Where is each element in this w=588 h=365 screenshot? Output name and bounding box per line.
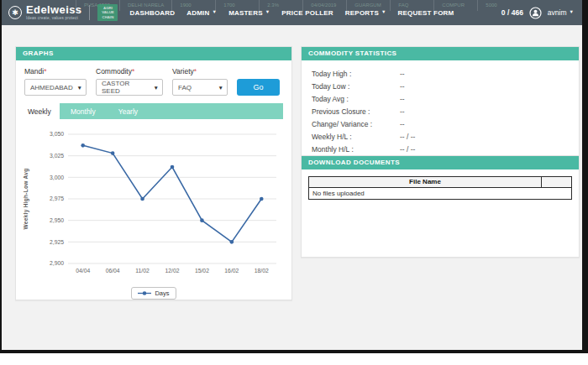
graphs-panel-title: GRAPHS bbox=[16, 47, 291, 60]
edelweiss-flower-icon: ✱ bbox=[8, 6, 22, 19]
brand[interactable]: ✱ Edelweiss Ideas create, values protect… bbox=[8, 4, 118, 20]
download-documents-panel: DOWNLOAD DOCUMENTS File Name No files up… bbox=[301, 155, 580, 258]
stats-row: Today High :-- bbox=[312, 67, 569, 80]
agri-value-chain-badge: AGRI VALUE CHAIN bbox=[97, 4, 118, 20]
variety-select[interactable]: FAQ ▼ bbox=[172, 79, 228, 96]
top-nav: PUSA 1509 DELHI NARELA 1900 1700 2.3% 04… bbox=[2, 0, 582, 25]
tab-yearly[interactable]: Yearly bbox=[118, 107, 138, 116]
svg-text:11/02: 11/02 bbox=[135, 268, 150, 274]
svg-text:04/04: 04/04 bbox=[76, 268, 90, 274]
required-asterisk: * bbox=[132, 67, 134, 76]
nav-menu: DASHBOARD ADMIN▼ MASTERS▼ PRICE POLLER R… bbox=[129, 9, 454, 17]
nav-item-admin[interactable]: ADMIN▼ bbox=[186, 9, 217, 17]
brand-tagline: Ideas create, values protect bbox=[26, 16, 81, 20]
mandi-label: Mandi bbox=[24, 67, 44, 76]
svg-text:16/02: 16/02 bbox=[224, 268, 239, 274]
tab-weekly[interactable]: Weekly bbox=[24, 103, 60, 119]
svg-text:15/02: 15/02 bbox=[195, 268, 209, 274]
chart-legend[interactable]: Days bbox=[131, 287, 176, 300]
svg-text:12/02: 12/02 bbox=[165, 268, 179, 274]
select-caret-icon: ▼ bbox=[218, 85, 223, 91]
tab-monthly[interactable]: Monthly bbox=[71, 107, 96, 116]
nav-item-masters[interactable]: MASTERS▼ bbox=[228, 9, 270, 17]
go-button[interactable]: Go bbox=[237, 79, 280, 96]
required-asterisk: * bbox=[44, 67, 46, 76]
app-window: PUSA 1509 DELHI NARELA 1900 1700 2.3% 04… bbox=[2, 0, 582, 350]
variety-field: Variety* FAQ ▼ bbox=[172, 67, 228, 96]
caret-down-icon: ▼ bbox=[381, 10, 386, 15]
svg-text:18/02: 18/02 bbox=[255, 268, 269, 274]
period-tabs: Weekly Monthly Yearly bbox=[24, 103, 283, 119]
poll-counter: 0 / 466 bbox=[501, 8, 523, 17]
nav-right: 0 / 466 avnim▼ bbox=[501, 7, 574, 19]
screenshot-frame-right bbox=[582, 0, 588, 353]
svg-text:2,950: 2,950 bbox=[50, 217, 64, 223]
user-menu[interactable]: avnim▼ bbox=[548, 8, 574, 17]
stats-row: Previous Closure :-- bbox=[312, 105, 569, 117]
nav-item-reports[interactable]: REPORTS▼ bbox=[345, 9, 386, 17]
nav-item-request-form[interactable]: REQUEST FORM bbox=[398, 9, 454, 17]
screenshot-frame-bottom bbox=[0, 350, 588, 353]
svg-text:2,925: 2,925 bbox=[50, 239, 64, 245]
svg-text:Weekly High-Low Avg: Weekly High-Low Avg bbox=[23, 169, 29, 230]
stats-row: Today Avg :-- bbox=[312, 92, 569, 105]
caret-down-icon: ▼ bbox=[265, 10, 270, 15]
svg-text:3,050: 3,050 bbox=[50, 131, 64, 137]
empty-table-row: No files uploaded bbox=[309, 188, 571, 199]
screenshot-frame-left bbox=[0, 0, 2, 353]
select-caret-icon: ▼ bbox=[154, 85, 159, 91]
stats-row: Monthly H/L :-- / -- bbox=[312, 143, 569, 155]
weekly-chart: 2,9002,9252,9502,9753,0003,0253,05004/04… bbox=[19, 124, 291, 284]
svg-text:3,025: 3,025 bbox=[50, 153, 64, 159]
stats-row: Weekly H/L :-- / -- bbox=[312, 130, 569, 143]
graphs-panel: GRAPHS Mandi* AHMEDABAD ▼ Commodity* CAS… bbox=[15, 46, 292, 300]
svg-text:06/04: 06/04 bbox=[106, 268, 120, 274]
svg-text:2,900: 2,900 bbox=[50, 260, 64, 266]
required-asterisk: * bbox=[194, 67, 197, 76]
legend-label: Days bbox=[155, 289, 169, 297]
commodity-select[interactable]: CASTOR SEED ▼ bbox=[96, 79, 163, 96]
line-chart-svg: 2,9002,9252,9502,9753,0003,0253,05004/04… bbox=[19, 124, 290, 280]
graph-filter-form: Mandi* AHMEDABAD ▼ Commodity* CASTOR SEE… bbox=[16, 60, 291, 101]
stats-row: Change/ Variance :-- bbox=[312, 117, 569, 130]
file-name-column-header: File Name bbox=[309, 177, 541, 187]
action-column-header bbox=[541, 177, 571, 187]
mandi-select[interactable]: AHMEDABAD ▼ bbox=[24, 79, 87, 96]
caret-down-icon: ▼ bbox=[213, 10, 218, 15]
svg-text:2,975: 2,975 bbox=[50, 196, 64, 201]
legend-line-marker-icon bbox=[138, 290, 151, 296]
stats-panel-title: COMMODITY STATISTICS bbox=[302, 47, 579, 60]
commodity-label: Commodity bbox=[96, 67, 132, 76]
documents-table: File Name No files uploaded bbox=[308, 176, 572, 200]
select-caret-icon: ▼ bbox=[77, 85, 82, 91]
commodity-field: Commodity* CASTOR SEED ▼ bbox=[96, 67, 163, 96]
docs-panel-title: DOWNLOAD DOCUMENTS bbox=[302, 156, 579, 169]
nav-item-price-poller[interactable]: PRICE POLLER bbox=[281, 9, 333, 17]
nav-item-dashboard[interactable]: DASHBOARD bbox=[129, 9, 175, 17]
mandi-field: Mandi* AHMEDABAD ▼ bbox=[24, 67, 87, 96]
brand-divider bbox=[89, 5, 90, 20]
user-avatar-icon[interactable] bbox=[529, 7, 542, 19]
stats-row: Today Low :-- bbox=[312, 80, 569, 92]
caret-down-icon: ▼ bbox=[570, 10, 574, 15]
variety-label: Variety bbox=[172, 67, 194, 76]
svg-text:3,000: 3,000 bbox=[50, 175, 64, 180]
brand-name: Edelweiss bbox=[26, 5, 81, 15]
